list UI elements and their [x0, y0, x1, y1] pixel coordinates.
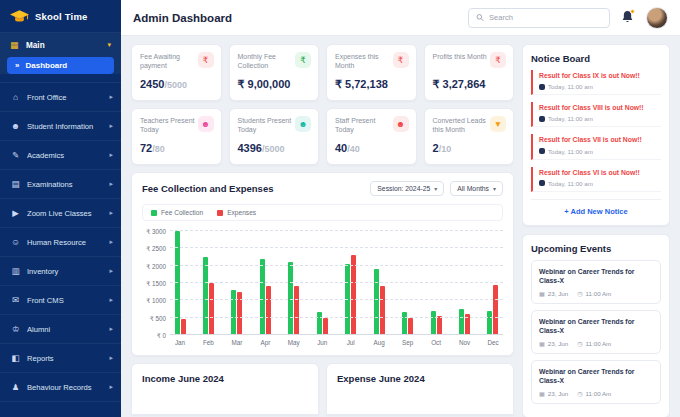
expenses-swatch: [217, 210, 223, 216]
sidebar-item-examinations[interactable]: ▤ Examinations ▸: [0, 170, 121, 199]
x-tick-label: Apr: [255, 339, 275, 346]
stat-suffix: /5000: [262, 144, 285, 154]
chart-y-axis: ₹ 0₹ 500₹ 1000₹ 1500₹ 2000₹ 2500₹ 3000: [142, 231, 170, 335]
top-header: Admin Dashboard: [121, 0, 680, 36]
notice-item[interactable]: Result for Class VII is out Now!! Today,…: [531, 134, 661, 159]
chart-plot: [170, 231, 503, 335]
fee-collection-bar: [374, 269, 379, 335]
notice-item[interactable]: Result for Class VI is out Now!! Today, …: [531, 167, 661, 192]
notification-badge: [630, 9, 635, 14]
month-select[interactable]: All Months ▾: [450, 181, 503, 196]
chevron-right-icon: ▸: [109, 296, 113, 304]
clock-icon: ◷: [577, 390, 582, 397]
notice-item[interactable]: Result for Class VIII is out Now!! Today…: [531, 102, 661, 127]
chevron-right-icon: ▸: [109, 151, 113, 159]
expenses-bar: [437, 316, 442, 335]
stat-value-row: 2/10: [433, 138, 452, 156]
sidebar-item-label: Front CMS: [27, 296, 103, 305]
x-tick-label: Aug: [369, 339, 389, 346]
sidebar-item-main[interactable]: ▦ Main ▾: [0, 33, 121, 55]
sidebar-item-reports[interactable]: ◧ Reports ▸: [0, 344, 121, 373]
teacher-icon: ☻: [198, 116, 214, 132]
sidebar-item-academics[interactable]: ✎ Academics ▸: [0, 141, 121, 170]
sidebar-item-label: Student Information: [27, 122, 103, 131]
staff-icon: ☻: [393, 116, 409, 132]
student-icon: ☻: [295, 116, 311, 132]
stat-value: ₹ 9,00,000: [238, 78, 291, 90]
session-select-value: Session: 2024-25: [377, 185, 430, 192]
notifications-button[interactable]: [621, 10, 635, 25]
gridline: [170, 247, 503, 248]
notice-timestamp: Today, 11:00 am: [548, 83, 593, 90]
chart-header: Fee Collection and Expenses Session: 202…: [142, 181, 503, 196]
sidebar-item-dashboard[interactable]: » Dashboard: [7, 57, 114, 74]
rupee-icon: ₹: [295, 52, 311, 68]
expenses-bar: [351, 255, 356, 335]
chevron-down-icon: ▾: [493, 185, 496, 192]
graduate-icon: ♔: [10, 324, 21, 334]
stat-value-row: 40/40: [335, 138, 360, 156]
notice-board-card: Notice Board Result for Class IX is out …: [522, 44, 670, 226]
notice-title: Result for Class VII is out Now!!: [539, 135, 661, 144]
y-tick-label: ₹ 500: [150, 314, 166, 321]
event-title: Webinar on Career Trends for Class-X: [539, 367, 653, 386]
stat-card-profits: Profits this Month ₹ ₹ 3,27,864: [424, 44, 515, 101]
sidebar-item-label: Inventory: [27, 267, 103, 276]
notice-timestamp: Today, 11:00 am: [548, 180, 593, 187]
add-new-notice-button[interactable]: + Add New Notice: [531, 199, 661, 218]
event-time-text: 11:00 Am: [586, 340, 612, 347]
expenses-bar: [294, 286, 299, 335]
app-name: Skool Time: [35, 11, 88, 22]
x-tick-label: Jan: [170, 339, 190, 346]
chevron-right-icon: ▸: [109, 354, 113, 362]
y-tick-label: ₹ 0: [157, 332, 166, 339]
clock-icon: [539, 148, 545, 154]
x-tick-label: Nov: [455, 339, 475, 346]
event-date: ▦ 23, Jun: [539, 340, 568, 347]
legend-fee-collection: Fee Collection: [151, 209, 203, 216]
sidebar-item-inventory[interactable]: ▥ Inventory ▸: [0, 257, 121, 286]
sidebar-item-behaviour-records[interactable]: ♟ Behaviour Records ▸: [0, 373, 121, 402]
notice-timestamp: Today, 11:00 am: [548, 148, 593, 155]
stat-suffix: /5000: [164, 80, 187, 90]
sidebar-item-label: Dashboard: [25, 61, 67, 70]
chevron-right-icon: ▸: [109, 209, 113, 217]
x-tick-label: Sep: [398, 339, 418, 346]
y-tick-label: ₹ 1000: [146, 297, 166, 304]
stat-value-row: 2450/5000: [140, 74, 187, 92]
upcoming-events-card: Upcoming Events Webinar on Career Trends…: [522, 234, 670, 417]
stat-card-expenses: Expenses this Month ₹ ₹ 5,72,138: [326, 44, 417, 101]
app-logo: Skool Time: [0, 0, 121, 33]
event-meta: ▦ 23, Jun ◷ 11:00 Am: [539, 390, 653, 397]
main-menu-section: ▦ Main ▾ » Dashboard: [0, 33, 121, 74]
sidebar-item-alumni[interactable]: ♔ Alumni ▸: [0, 315, 121, 344]
x-tick-label: May: [284, 339, 304, 346]
chart-area: ₹ 0₹ 500₹ 1000₹ 1500₹ 2000₹ 2500₹ 3000: [142, 231, 503, 335]
legend-label: Fee Collection: [161, 209, 203, 216]
sidebar-item-front-cms[interactable]: ✉ Front CMS ▸: [0, 286, 121, 315]
sidebar-item-zoom-live-classes[interactable]: ▶ Zoom Live Classes ▸: [0, 199, 121, 228]
notice-board-title: Notice Board: [531, 53, 661, 64]
notice-item[interactable]: Result for Class IX is out Now!! Today, …: [531, 70, 661, 95]
upcoming-events-title: Upcoming Events: [531, 243, 661, 254]
expenses-bar: [493, 285, 498, 335]
sidebar-item-front-office[interactable]: ⌂ Front Office ▸: [0, 83, 121, 112]
stat-value: ₹ 3,27,864: [433, 78, 486, 90]
chevron-right-icon: ▸: [109, 122, 113, 130]
video-icon: ▶: [10, 208, 21, 218]
stat-value: 4396: [238, 142, 262, 154]
x-tick-label: Mar: [227, 339, 247, 346]
sidebar-item-human-resource[interactable]: ☺ Human Resource ▸: [0, 228, 121, 257]
user-avatar[interactable]: [646, 7, 668, 29]
graduation-cap-icon: [10, 9, 29, 24]
right-column: Notice Board Result for Class IX is out …: [522, 44, 670, 417]
event-date: ▦ 23, Jun: [539, 390, 568, 397]
fee-collection-swatch: [151, 210, 157, 216]
sidebar-item-student-information[interactable]: ☻ Student Information ▸: [0, 112, 121, 141]
session-select[interactable]: Session: 2024-25 ▾: [370, 181, 444, 196]
sidebar-item-label: Examinations: [27, 180, 103, 189]
expenses-bar: [209, 283, 214, 335]
legend-label: Expenses: [227, 209, 256, 216]
clock-icon: [539, 116, 545, 122]
search-input[interactable]: [489, 13, 602, 22]
